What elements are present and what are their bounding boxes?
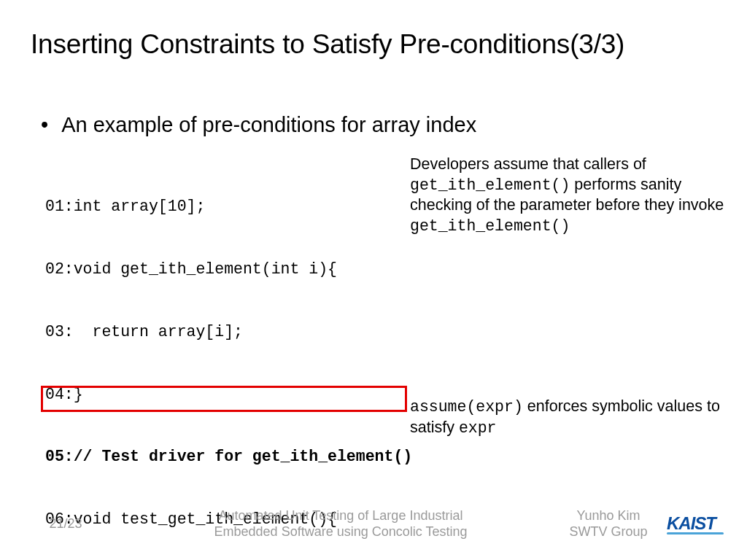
footer-talk-line1: Automated Unit Testing of Large Industri…	[219, 508, 463, 523]
note1-fn2: get_ith_element()	[410, 217, 570, 235]
slide: Inserting Constraints to Satisfy Pre-con…	[0, 0, 747, 560]
bullet-text: An example of pre-conditions for array i…	[61, 112, 476, 138]
footer-talk-title: Automated Unit Testing of Large Industri…	[131, 508, 550, 540]
code-line-02: 02:void get_ith_element(int i){	[45, 259, 716, 280]
content-area: 01:int array[10]; 02:void get_ith_elemen…	[45, 155, 716, 560]
code-line-05: 05:// Test driver for get_ith_element()	[45, 446, 716, 467]
note1-fn1: get_ith_element()	[410, 176, 570, 194]
note2-fn: assume(expr)	[410, 398, 523, 416]
note-assume: assume(expr) enforces symbolic values to…	[410, 397, 724, 438]
bullet-item: • An example of pre-conditions for array…	[31, 112, 716, 138]
footer-author-line1: Yunho Kim	[576, 508, 640, 523]
code-line-03: 03: return array[i];	[45, 322, 716, 343]
note2-expr: expr	[459, 419, 497, 437]
footer-author-line2: SWTV Group	[569, 524, 647, 539]
slide-title: Inserting Constraints to Satisfy Pre-con…	[31, 29, 716, 60]
footer-author: Yunho Kim SWTV Group	[550, 508, 667, 540]
note-developers: Developers assume that callers of get_it…	[410, 155, 731, 236]
footer: 21/23 Automated Unit Testing of Large In…	[0, 502, 747, 545]
page-number: 21/23	[0, 516, 131, 532]
footer-talk-line2: Embedded Software using Concolic Testing	[214, 524, 468, 539]
note1-text1: Developers assume that callers of	[410, 155, 646, 173]
kaist-logo-text: KAIST	[667, 513, 716, 533]
bullet-dot: •	[41, 112, 48, 138]
footer-logo: KAIST	[667, 513, 747, 534]
